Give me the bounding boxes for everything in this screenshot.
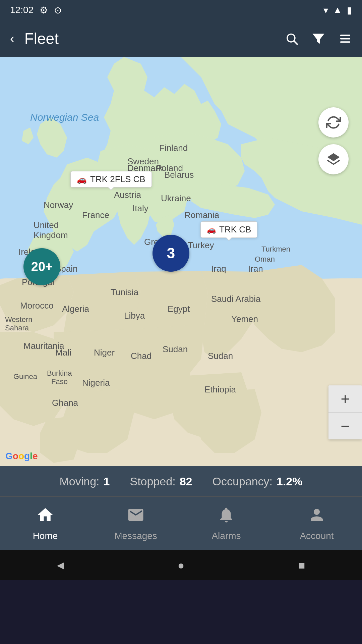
wifi-icon: ▾ <box>323 5 328 16</box>
signal-icon: ▲ <box>333 5 342 15</box>
cluster-marker-3[interactable]: 3 <box>153 235 189 272</box>
map-layers-button[interactable] <box>318 144 349 174</box>
car-icon-red: 🚗 <box>77 175 87 184</box>
svg-text:Yemen: Yemen <box>231 314 258 324</box>
car-icon-gray: 🚗 <box>207 225 216 234</box>
svg-text:Norwegian Sea: Norwegian Sea <box>30 112 99 123</box>
android-back-button[interactable]: ◄ <box>47 552 74 579</box>
messages-icon <box>127 506 145 528</box>
svg-text:Turkey: Turkey <box>188 240 214 250</box>
svg-text:Italy: Italy <box>132 203 148 213</box>
stopped-value: 82 <box>180 475 192 488</box>
home-icon <box>36 506 54 528</box>
android-nav-bar: ◄ ● ■ <box>0 550 362 580</box>
svg-text:Turkmen: Turkmen <box>261 245 290 253</box>
status-bar: 12:02 ⚙ ⊙ ▾ ▲ ▮ <box>0 0 362 20</box>
svg-text:Western: Western <box>5 315 33 324</box>
svg-text:Sudan: Sudan <box>163 344 188 354</box>
zoom-controls: + − <box>328 385 362 439</box>
svg-text:Belarus: Belarus <box>164 170 194 180</box>
svg-text:Tunisia: Tunisia <box>111 287 138 297</box>
nav-messages[interactable]: Messages <box>102 502 169 545</box>
svg-text:Austria: Austria <box>114 190 141 200</box>
nav-home[interactable]: Home <box>12 502 79 545</box>
svg-text:Egypt: Egypt <box>168 304 190 314</box>
svg-text:Oman: Oman <box>255 255 275 263</box>
map-label-trkcb[interactable]: 🚗 TRK CB <box>200 221 257 238</box>
svg-text:Ethiopia: Ethiopia <box>204 384 236 394</box>
svg-text:Algeria: Algeria <box>62 304 89 314</box>
nav-account[interactable]: Account <box>283 502 350 545</box>
svg-text:Iraq: Iraq <box>211 264 226 274</box>
bottom-navigation: Home Messages Alarms Account <box>0 496 362 550</box>
svg-text:Guinea: Guinea <box>13 372 38 381</box>
stats-bar: Moving: 1 Stopped: 82 Occupancy: 1.2% <box>0 466 362 496</box>
android-recent-button[interactable]: ■ <box>288 552 315 579</box>
svg-text:Finland: Finland <box>159 143 188 153</box>
menu-button[interactable] <box>339 32 352 45</box>
target-icon: ⊙ <box>54 5 62 16</box>
battery-icon: ▮ <box>347 5 352 16</box>
svg-text:Saudi Arabia: Saudi Arabia <box>211 294 261 304</box>
android-home-button[interactable]: ● <box>168 552 194 579</box>
back-button[interactable]: ‹ <box>10 32 14 46</box>
svg-text:Sahara: Sahara <box>5 324 29 332</box>
zoom-out-button[interactable]: − <box>328 413 362 439</box>
svg-text:France: France <box>82 210 109 220</box>
svg-rect-3 <box>340 35 350 36</box>
svg-text:Ghana: Ghana <box>52 398 78 408</box>
nav-alarms[interactable]: Alarms <box>193 502 260 545</box>
occupancy-label: Occupancy: <box>212 475 273 488</box>
svg-text:Nigeria: Nigeria <box>82 378 110 388</box>
map-container[interactable]: Norway Sweden Finland United Kingdom Ire… <box>0 57 362 466</box>
map-label-trk2fls[interactable]: 🚗 TRK 2FLS CB <box>70 171 152 187</box>
alarms-icon <box>217 506 235 528</box>
map-label-trkcb-text: TRK CB <box>219 224 251 235</box>
occupancy-stat: Occupancy: 1.2% <box>202 475 312 488</box>
svg-rect-4 <box>340 38 350 39</box>
nav-account-label: Account <box>300 531 334 541</box>
svg-rect-5 <box>340 41 350 43</box>
svg-marker-2 <box>313 34 323 43</box>
app-bar: ‹ Fleet <box>0 20 362 57</box>
google-logo: Google <box>5 451 38 462</box>
nav-home-label: Home <box>33 531 58 541</box>
zoom-in-button[interactable]: + <box>328 385 362 412</box>
svg-text:Burkina: Burkina <box>47 369 72 377</box>
svg-text:Niger: Niger <box>94 347 115 358</box>
svg-text:Romania: Romania <box>184 210 220 220</box>
map-label-trk2fls-text: TRK 2FLS CB <box>90 174 145 184</box>
status-time: 12:02 <box>10 5 34 15</box>
moving-value: 1 <box>104 475 110 488</box>
svg-text:Faso: Faso <box>51 377 68 386</box>
account-icon <box>308 506 326 528</box>
settings-icon: ⚙ <box>40 5 48 16</box>
page-title: Fleet <box>24 30 275 48</box>
nav-messages-label: Messages <box>114 531 157 541</box>
nav-alarms-label: Alarms <box>212 531 241 541</box>
svg-text:Ukraine: Ukraine <box>161 193 191 203</box>
stopped-stat: Stopped: 82 <box>120 475 202 488</box>
svg-text:Iran: Iran <box>248 264 263 274</box>
svg-text:Norway: Norway <box>44 200 73 210</box>
svg-text:Kingdom: Kingdom <box>34 230 68 240</box>
svg-marker-52 <box>327 153 340 161</box>
map-refresh-button[interactable] <box>318 107 349 138</box>
stopped-label: Stopped: <box>130 475 176 488</box>
search-button[interactable] <box>285 32 298 45</box>
svg-text:Chad: Chad <box>131 351 152 361</box>
moving-label: Moving: <box>60 475 100 488</box>
filter-button[interactable] <box>312 32 325 45</box>
cluster-marker-20[interactable]: 20+ <box>23 248 60 285</box>
svg-line-1 <box>294 41 297 44</box>
svg-text:Libya: Libya <box>124 311 145 321</box>
occupancy-value: 1.2% <box>277 475 303 488</box>
svg-text:Sudan: Sudan <box>208 351 233 361</box>
svg-text:United: United <box>34 220 59 230</box>
svg-text:Morocco: Morocco <box>20 301 54 311</box>
svg-text:Mali: Mali <box>55 347 71 358</box>
moving-stat: Moving: 1 <box>50 475 120 488</box>
